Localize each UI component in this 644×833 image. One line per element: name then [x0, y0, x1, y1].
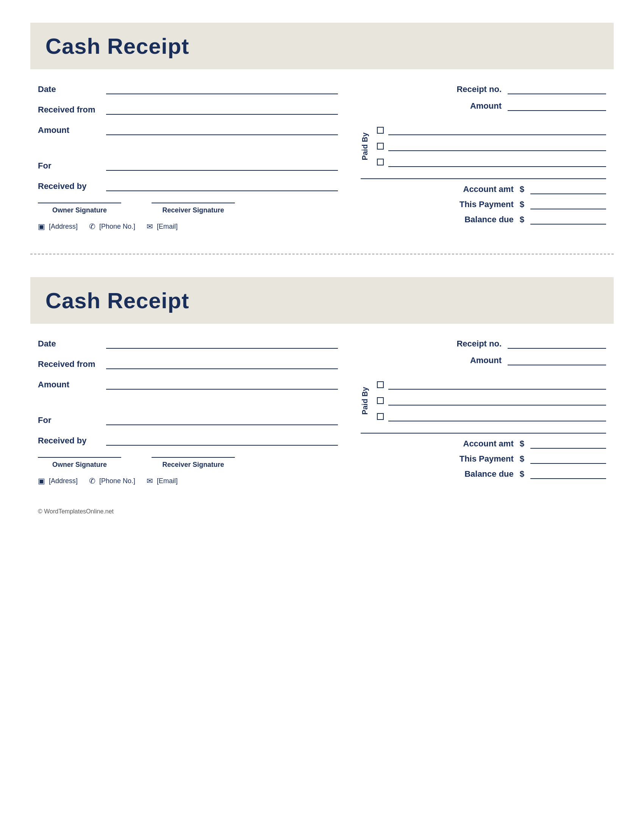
received-from-row-2: Received from	[38, 359, 338, 369]
paid-option-line-2-1[interactable]	[388, 381, 606, 390]
receipt-no-label-1: Receipt no.	[456, 84, 502, 94]
footer-row-2: ▣ [Address] ✆ [Phone No.] ✉ [Email]	[38, 476, 338, 486]
amount-line-2[interactable]	[106, 381, 338, 390]
footer-phone-2: ✆ [Phone No.]	[89, 476, 135, 486]
account-amt-line-2[interactable]	[530, 440, 606, 449]
dollar-sign-1-3: $	[520, 215, 524, 225]
received-from-label-2: Received from	[38, 359, 98, 369]
dollar-sign-1-2: $	[520, 199, 524, 209]
this-payment-line-2[interactable]	[530, 455, 606, 464]
paid-option-line-1-1[interactable]	[388, 126, 606, 135]
right-amount-line-1[interactable]	[508, 102, 606, 111]
paid-option-line-2-3[interactable]	[388, 412, 606, 421]
dollar-sign-1-1: $	[520, 184, 524, 194]
received-by-label-2: Received by	[38, 436, 98, 445]
right-amount-label-2: Amount	[470, 355, 502, 365]
checkbox-2-3[interactable]	[377, 413, 384, 420]
paid-by-section-2: Paid By	[361, 381, 606, 421]
paid-by-options-1	[377, 126, 606, 167]
paid-by-option-2-1	[377, 381, 606, 390]
this-payment-line-1[interactable]	[530, 200, 606, 209]
receiver-sig-line-2	[151, 457, 235, 458]
right-top-1: Receipt no. Amount	[361, 84, 606, 111]
paid-option-line-1-2[interactable]	[388, 142, 606, 151]
amount-row-2: Amount	[38, 380, 338, 390]
received-by-line-1[interactable]	[106, 182, 338, 191]
checkbox-1-3[interactable]	[377, 159, 384, 166]
checkbox-2-1[interactable]	[377, 381, 384, 388]
account-summary-2: Account amt $ This Payment $ Balance due…	[361, 425, 606, 484]
date-line-2[interactable]	[106, 339, 338, 349]
received-from-line-1[interactable]	[106, 106, 338, 115]
receipt-no-label-2: Receipt no.	[456, 339, 502, 349]
dollar-sign-2-2: $	[520, 454, 524, 464]
receipt-block-1: Cash Receipt Date Received from Amount	[30, 23, 614, 231]
for-line-1[interactable]	[106, 162, 338, 171]
right-col-2: Receipt no. Amount Paid By	[361, 339, 606, 486]
receipt-divider	[30, 254, 614, 254]
receipt-header-1: Cash Receipt	[30, 23, 614, 69]
for-line-2[interactable]	[106, 416, 338, 425]
account-top-divider-2	[361, 433, 606, 434]
amount-row-1: Amount	[38, 125, 338, 135]
paid-option-line-2-2[interactable]	[388, 396, 606, 405]
dollar-sign-2-1: $	[520, 439, 524, 449]
checkbox-2-2[interactable]	[377, 397, 384, 404]
date-label-2: Date	[38, 339, 98, 349]
email-text-1: [Email]	[157, 223, 178, 231]
receiver-sig-line-1	[151, 203, 235, 203]
date-label-1: Date	[38, 84, 98, 94]
paid-by-label-2: Paid By	[361, 387, 369, 415]
phone-icon-1: ✆	[89, 222, 95, 231]
receipt-body-2: Date Received from Amount For	[30, 339, 614, 486]
account-amt-label-2: Account amt	[463, 439, 514, 449]
receipt-no-row-1: Receipt no.	[361, 84, 606, 94]
paid-by-option-1-2	[377, 142, 606, 151]
address-icon-2: ▣	[38, 476, 45, 486]
footer-email-1: ✉ [Email]	[147, 222, 178, 231]
owner-sig-line-1	[38, 203, 121, 203]
footer-address-2: ▣ [Address]	[38, 476, 78, 486]
owner-sig-label-1: Owner Signature	[52, 206, 107, 214]
balance-due-line-2[interactable]	[530, 470, 606, 479]
balance-due-line-1[interactable]	[530, 215, 606, 225]
this-payment-label-1: This Payment	[459, 199, 514, 209]
left-col-2: Date Received from Amount For	[38, 339, 338, 486]
account-amt-row-1: Account amt $	[361, 184, 606, 194]
right-top-2: Receipt no. Amount	[361, 339, 606, 365]
paid-option-line-1-3[interactable]	[388, 158, 606, 167]
date-line-1[interactable]	[106, 85, 338, 94]
paid-by-label-1: Paid By	[361, 132, 369, 160]
received-by-label-1: Received by	[38, 182, 98, 191]
copyright: © WordTemplatesOnline.net	[30, 508, 614, 515]
right-amount-line-2[interactable]	[508, 356, 606, 365]
phone-text-2: [Phone No.]	[99, 477, 135, 485]
owner-signature-block-1: Owner Signature	[38, 203, 121, 214]
right-amount-row-2: Amount	[361, 355, 606, 365]
received-from-row-1: Received from	[38, 105, 338, 115]
received-by-line-2[interactable]	[106, 437, 338, 445]
paid-by-section-1: Paid By	[361, 126, 606, 167]
receipt-header-2: Cash Receipt	[30, 277, 614, 324]
receipt-no-line-2[interactable]	[508, 339, 606, 349]
amount-line-1[interactable]	[106, 126, 338, 135]
account-top-divider-1	[361, 178, 606, 179]
balance-due-row-2: Balance due $	[361, 469, 606, 479]
account-amt-row-2: Account amt $	[361, 439, 606, 449]
signatures-area-1: Owner Signature Receiver Signature	[38, 203, 338, 214]
footer-address-1: ▣ [Address]	[38, 222, 78, 231]
for-row-2: For	[38, 415, 338, 425]
receipt-block-2: Cash Receipt Date Received from Amount	[30, 277, 614, 486]
balance-due-label-1: Balance due	[464, 215, 514, 225]
paid-by-option-1-1	[377, 126, 606, 135]
receipt-no-line-1[interactable]	[508, 85, 606, 94]
checkbox-1-2[interactable]	[377, 143, 384, 150]
checkbox-1-1[interactable]	[377, 127, 384, 133]
account-amt-line-1[interactable]	[530, 185, 606, 194]
received-from-line-2[interactable]	[106, 360, 338, 369]
paid-by-option-2-2	[377, 396, 606, 405]
received-from-label-1: Received from	[38, 105, 98, 115]
paid-by-options-2	[377, 381, 606, 421]
amount-label-2: Amount	[38, 380, 98, 390]
phone-icon-2: ✆	[89, 476, 95, 486]
